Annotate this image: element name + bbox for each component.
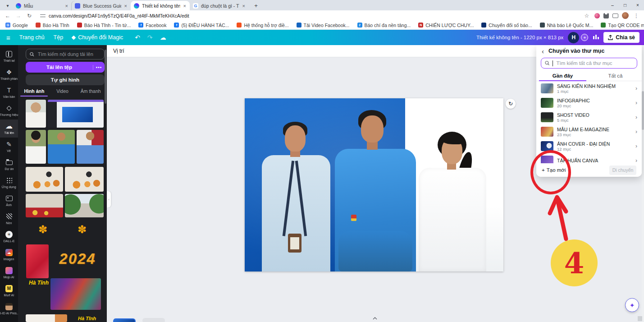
menu-magic-switch[interactable]: Chuyển đổi Magic <box>72 34 123 41</box>
hamburger-menu-icon[interactable]: ≡ <box>6 34 10 41</box>
sidebar-item-text[interactable]: TVăn bản <box>0 83 18 101</box>
bookmark-item[interactable]: Tải Video Facebook... <box>297 23 350 28</box>
upload-files-button[interactable]: Tải lên tệp ••• <box>26 62 105 73</box>
sidebar-item-design[interactable]: Thiết kế <box>0 47 18 65</box>
cast-icon[interactable] <box>612 14 618 18</box>
insights-icon[interactable] <box>593 33 599 41</box>
bookmark-item[interactable]: Hệ thống hỗ trợ điề... <box>237 23 288 28</box>
upload-thumbnail[interactable] <box>26 167 63 192</box>
panel-scrollbar[interactable] <box>105 50 106 104</box>
sidebar-item-background[interactable]: Nền <box>0 210 18 228</box>
move-button-disabled[interactable]: Di chuyển <box>609 166 636 175</box>
sidebar-item-did[interactable]: D-ID AI Pres... <box>0 300 18 318</box>
back-chevron-icon[interactable]: ‹ <box>542 47 544 55</box>
redo-icon[interactable]: ↷ <box>147 34 153 41</box>
new-tab-button[interactable]: + <box>251 1 260 10</box>
bookmark-star-icon[interactable]: ☆ <box>583 12 591 20</box>
upload-thumbnail[interactable] <box>50 278 101 310</box>
bookmark-item[interactable]: Nhà báo Lê Quốc M... <box>540 23 594 28</box>
upload-thumbnail[interactable] <box>26 244 49 278</box>
position-button[interactable]: Vị trí <box>113 48 124 54</box>
sidebar-item-projects[interactable]: Dự án <box>0 156 18 174</box>
upload-thumbnail[interactable] <box>26 100 46 128</box>
ha-tinh-logo[interactable]: Hà Tĩnh <box>78 316 96 321</box>
undo-icon[interactable]: ↶ <box>135 34 140 41</box>
add-member-button[interactable]: + <box>581 34 588 41</box>
flower-sticker[interactable]: ✽ <box>78 223 87 236</box>
canvas-photo[interactable] <box>245 98 503 271</box>
site-settings-icon[interactable] <box>40 13 46 19</box>
bookmark-item[interactable]: N CHIẾN LƯỢC CHUY... <box>418 23 474 28</box>
uploads-tab[interactable]: Video <box>56 88 69 96</box>
bookmark-item[interactable]: Báo Hà Tĩnh <box>36 23 69 28</box>
folder-row[interactable]: INFOGRAPHIC 20 mục › <box>536 96 642 110</box>
browser-tab[interactable]: đúp chuột là gì - Tìm trên Goo × <box>190 1 249 10</box>
tab-search-icon[interactable]: ▾ <box>4 1 12 9</box>
year-2024-sticker[interactable]: 2024 <box>50 250 105 267</box>
assistant-button[interactable]: ✦ <box>625 298 639 312</box>
profile-avatar[interactable] <box>622 12 629 19</box>
ha-tinh-logo[interactable]: Hà Tĩnh <box>29 280 49 286</box>
move-panel-tab[interactable]: Gần đây <box>536 70 589 81</box>
uploads-search[interactable] <box>26 49 105 60</box>
sidebar-item-uploads[interactable]: ☁↑Tải lên <box>0 120 18 138</box>
browser-tab[interactable]: Blue Success Guide Tips YouTu × <box>72 1 131 10</box>
page-thumbnail-selected[interactable] <box>113 318 136 322</box>
tab-close-icon[interactable]: × <box>124 3 128 9</box>
sidebar-item-dalle[interactable]: ✳DALL-E <box>0 228 18 246</box>
design-title[interactable]: Thiết kế không tên - 1220 px × 813 px <box>476 35 563 40</box>
extensions-puzzle-icon[interactable] <box>603 13 609 18</box>
sidebar-item-imagen[interactable]: ☁Imagen <box>0 246 18 264</box>
record-yourself-button[interactable]: Tự ghi hình <box>26 74 105 85</box>
uploads-tab[interactable]: Hình ảnh <box>24 88 44 96</box>
back-icon[interactable]: ← <box>4 12 12 20</box>
sync-button[interactable]: ↻ <box>506 99 516 109</box>
bookmark-item[interactable]: f Facebook <box>138 23 166 28</box>
upload-more-icon[interactable]: ••• <box>93 65 105 70</box>
user-avatar[interactable]: H <box>568 32 579 43</box>
bookmark-item[interactable]: f (5) ĐIỀU HÀNH TÁC... <box>174 23 229 28</box>
upload-thumbnail[interactable] <box>77 130 104 164</box>
browser-menu-icon[interactable]: ⋮ <box>632 12 640 20</box>
flower-sticker[interactable]: ✽ <box>38 223 47 236</box>
extension-icon[interactable] <box>594 13 600 18</box>
uploads-search-input[interactable] <box>37 51 100 57</box>
upload-thumbnail[interactable] <box>48 100 104 128</box>
folder-row[interactable]: MẪU LÀM E-MAGAZINE 23 mục › <box>536 124 642 139</box>
tab-close-icon[interactable]: × <box>183 3 187 9</box>
sidebar-item-apps[interactable]: Ứng dụng <box>0 174 18 192</box>
panel-collapse-handle[interactable]: ‹ <box>107 191 111 207</box>
sidebar-item-brand[interactable]: Thương hiệu <box>0 101 18 120</box>
tab-close-icon[interactable]: × <box>65 3 69 9</box>
sidebar-item-draw[interactable]: ✎Vẽ <box>0 138 18 156</box>
browser-tab[interactable]: Thiết kế không tên - 1220 × 8 × <box>131 1 190 10</box>
collapse-bottom-icon[interactable] <box>373 313 377 322</box>
sidebar-item-murf[interactable]: MMurf AI <box>0 282 18 300</box>
bookmark-item[interactable]: Tạo QR CODE miễn... <box>601 23 644 28</box>
tab-close-icon[interactable]: × <box>242 3 246 9</box>
folder-row[interactable]: SÁNG KIẾN KINH NGHIỆM 1 mục › <box>536 81 642 96</box>
chevron-right-icon[interactable]: › <box>635 129 637 135</box>
forward-icon[interactable]: → <box>14 12 23 20</box>
upload-thumbnail[interactable] <box>48 130 75 164</box>
maximize-icon[interactable]: □ <box>619 0 631 10</box>
upload-thumbnail[interactable] <box>26 194 63 217</box>
bookmark-item[interactable]: G Google <box>5 23 28 28</box>
share-button[interactable]: Chia sẻ <box>603 32 639 43</box>
bookmark-item[interactable]: Báo Hà Tĩnh - Tin tứ... <box>77 23 131 28</box>
reload-icon[interactable]: ↻ <box>25 12 33 20</box>
bookmark-item[interactable]: Chuyển đổi số báo... <box>481 23 532 28</box>
menu-file[interactable]: Tệp <box>54 34 64 41</box>
browser-tab[interactable]: Mẫu × <box>13 1 72 10</box>
folder-search[interactable] <box>541 58 637 69</box>
close-icon[interactable]: × <box>631 0 644 10</box>
move-panel-tab[interactable]: Tất cả <box>589 70 642 81</box>
upload-thumbnail[interactable] <box>65 167 104 192</box>
minimize-icon[interactable]: – <box>606 0 619 10</box>
sidebar-item-elements[interactable]: ❖Thành phần <box>0 65 18 83</box>
sidebar-item-photos[interactable]: Ảnh <box>0 192 18 210</box>
menu-home[interactable]: Trang chủ <box>19 34 45 41</box>
folder-row[interactable]: SHOST VIDEO 5 mục › <box>536 110 642 124</box>
vertical-scrollbar[interactable] <box>642 45 644 322</box>
chevron-right-icon[interactable]: › <box>635 114 637 120</box>
